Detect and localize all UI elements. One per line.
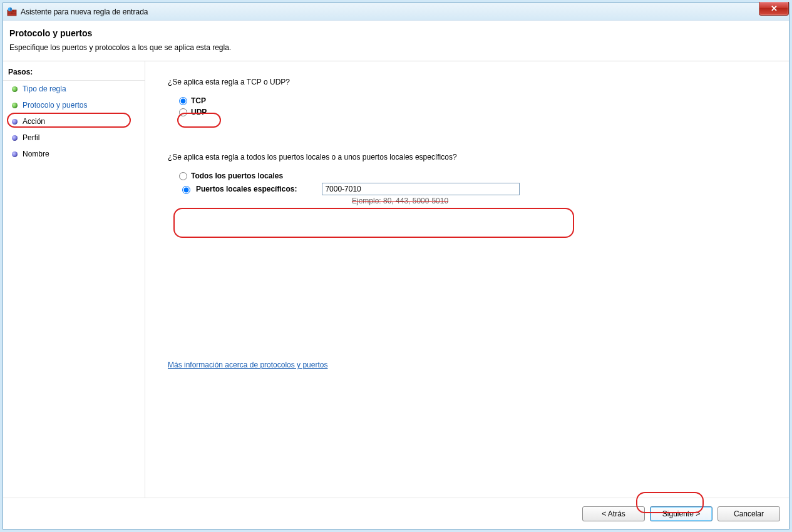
radio-udp-label[interactable]: UDP bbox=[191, 108, 207, 116]
window-title: Asistente para nueva regla de entrada bbox=[21, 8, 148, 16]
radio-udp-row: UDP bbox=[179, 108, 776, 116]
step-label: Acción bbox=[23, 117, 45, 126]
question-protocol: ¿Se aplica esta regla a TCP o UDP? bbox=[168, 78, 776, 86]
bullet-icon bbox=[12, 135, 18, 141]
radio-specific-ports-label[interactable]: Puertos locales específicos: bbox=[196, 185, 297, 193]
step-label: Perfil bbox=[23, 133, 39, 142]
sidebar-title: Pasos: bbox=[3, 65, 145, 81]
step-label: Tipo de regla bbox=[23, 84, 66, 93]
content-panel: ¿Se aplica esta regla a TCP o UDP? TCP U… bbox=[145, 61, 789, 498]
bullet-icon bbox=[12, 103, 18, 108]
footer: < Atrás Siguiente > Cancelar bbox=[3, 498, 789, 529]
radio-all-ports[interactable] bbox=[179, 172, 187, 180]
close-button[interactable]: ✕ bbox=[759, 2, 789, 16]
radio-specific-ports[interactable] bbox=[182, 186, 190, 194]
bullet-icon bbox=[12, 86, 18, 92]
radio-tcp-label[interactable]: TCP bbox=[191, 96, 206, 105]
step-protocolo-y-puertos[interactable]: Protocolo y puertos bbox=[3, 97, 145, 113]
next-button[interactable]: Siguiente > bbox=[650, 506, 712, 521]
body: Pasos: Tipo de regla Protocolo y puertos… bbox=[3, 61, 789, 498]
question-ports: ¿Se aplica esta regla a todos los puerto… bbox=[168, 153, 776, 161]
close-icon: ✕ bbox=[771, 4, 778, 13]
step-perfil[interactable]: Perfil bbox=[3, 130, 145, 146]
step-nombre[interactable]: Nombre bbox=[3, 146, 145, 162]
cancel-button[interactable]: Cancelar bbox=[717, 506, 780, 521]
ports-section: ¿Se aplica esta regla a todos los puerto… bbox=[168, 153, 776, 205]
steps-sidebar: Pasos: Tipo de regla Protocolo y puertos… bbox=[3, 61, 145, 498]
wizard-window: Asistente para nueva regla de entrada ✕ … bbox=[3, 3, 789, 529]
radio-tcp-row: TCP bbox=[179, 96, 776, 105]
page-subtitle: Especifique los puertos y protocolos a l… bbox=[9, 43, 783, 52]
firewall-icon bbox=[7, 7, 17, 17]
step-tipo-de-regla[interactable]: Tipo de regla bbox=[3, 81, 145, 97]
radio-udp[interactable] bbox=[179, 108, 187, 116]
ports-example: Ejemplo: 80, 443, 5000-5010 bbox=[352, 197, 776, 205]
bullet-icon bbox=[12, 119, 18, 125]
radio-all-ports-label[interactable]: Todos los puertos locales bbox=[191, 171, 283, 180]
titlebar: Asistente para nueva regla de entrada ✕ bbox=[3, 3, 789, 21]
page-title: Protocolo y puertos bbox=[9, 28, 783, 38]
page-header: Protocolo y puertos Especifique los puer… bbox=[3, 21, 789, 61]
radio-specific-ports-row: Puertos locales específicos: bbox=[179, 183, 776, 195]
step-label: Protocolo y puertos bbox=[23, 101, 87, 110]
more-info-link[interactable]: Más información acerca de protocolos y p… bbox=[168, 361, 327, 369]
step-label: Nombre bbox=[23, 150, 49, 158]
bullet-icon bbox=[12, 151, 18, 157]
back-button[interactable]: < Atrás bbox=[582, 506, 645, 521]
radio-tcp[interactable] bbox=[179, 97, 187, 105]
ports-input[interactable] bbox=[322, 183, 520, 195]
radio-all-ports-row: Todos los puertos locales bbox=[179, 171, 776, 180]
step-accion[interactable]: Acción bbox=[3, 113, 145, 130]
